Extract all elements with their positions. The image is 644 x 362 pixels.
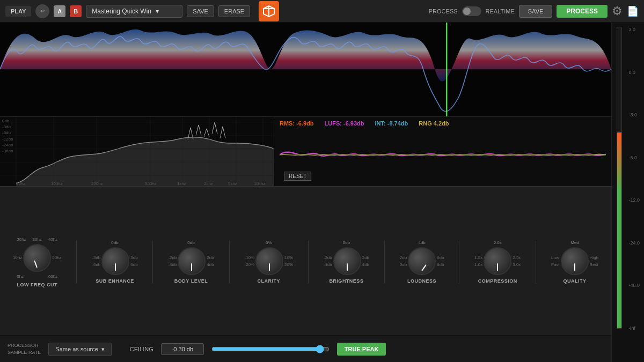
divider-3 [229, 241, 230, 284]
meter-scale-3: 3.0 [628, 27, 640, 32]
meter-bar-container [617, 27, 622, 329]
svg-text:2khz: 2khz [204, 181, 213, 186]
knob-group-low-freq-cut: 20hz 30hz 40hz 10hz 50hz 0hz 60hz LOW FR… [13, 237, 62, 287]
rms-stat: RMS: -6.9db [280, 120, 314, 127]
db-label-12: -12db [2, 136, 13, 142]
spectrum-svg: 50hz 100hz 200hz 500hz 1khz 2khz 5khz 10… [0, 117, 274, 186]
divider-4 [308, 241, 309, 284]
knob-quality[interactable] [561, 247, 589, 275]
db-label-6: -6db [2, 130, 13, 136]
realtime-toggle[interactable] [462, 6, 481, 16]
knob-sub-enhance[interactable] [101, 247, 129, 275]
meter-scale-inf: -inf [628, 326, 640, 331]
sample-rate-dropdown-arrow-icon: ▾ [101, 346, 105, 353]
play-button[interactable]: PLAY [5, 6, 31, 17]
loudness-panel: RMS: -6.9db LUFS: -6.93db INT: -8.74db R… [274, 116, 611, 186]
knob-label-loudness: LOUDNESS [407, 278, 436, 284]
analysis-row: 0db -3db -6db -12db -24db -36db [0, 116, 611, 186]
meter-scale-neg24: -24.0 [628, 240, 640, 246]
loudness-stats: RMS: -6.9db LUFS: -6.93db INT: -8.74db R… [280, 120, 606, 127]
db-scale: 0db -3db -6db -12db -24db -36db [2, 118, 13, 154]
waveform-display[interactable] [0, 23, 611, 116]
toggle-knob [463, 8, 471, 15]
knob-label-sub-enhance: SUB ENHANCE [96, 278, 134, 284]
knob-low-freq-cut[interactable] [23, 244, 51, 272]
meter-scale-neg3: -3.0 [628, 112, 640, 117]
main-content: 0db -3db -6db -12db -24db -36db [0, 23, 644, 362]
lufs-stat: LUFS: -6.93db [325, 120, 364, 127]
knob-group-brightness: 0db -2db -4db 2db 4db BRIGHTNESS [324, 240, 369, 284]
ceiling-value-input[interactable] [161, 343, 204, 355]
knob-brightness[interactable] [333, 247, 361, 275]
db-label-0: 0db [2, 118, 13, 124]
knobs-section: 20hz 30hz 40hz 10hz 50hz 0hz 60hz LOW FR… [0, 186, 611, 335]
preset-erase-button[interactable]: ERASE [218, 5, 250, 17]
meter-scale-neg12: -12.0 [628, 197, 640, 203]
knob-group-clarity: 0% -10% -20% 10% 20% CLARITY [244, 240, 293, 284]
knob-group-loudness: 4db 2db 0db 6db 8db LOUDNESS [400, 240, 444, 284]
knob-label-body-level: BODY LEVEL [174, 278, 208, 284]
svg-text:50hz: 50hz [16, 181, 25, 186]
knob-label-compression: COMPRESSION [478, 278, 517, 284]
svg-text:200hz: 200hz [91, 181, 103, 186]
bottom-bar: PROCESSOR SAMPLE RATE Same as source ▾ C… [0, 335, 611, 362]
meter-scale-neg48: -48.0 [628, 283, 640, 288]
divider-2 [152, 241, 153, 284]
knob-group-compression: 2.0x 1.5x 1.0x 2.5x 3.0x COMPRESSION [474, 240, 521, 284]
svg-text:5khz: 5khz [228, 181, 237, 186]
divider-1 [76, 241, 77, 284]
db-label-36: -36db [2, 148, 13, 154]
loudness-mini-waveform: RESET [280, 127, 606, 183]
svg-text:1khz: 1khz [177, 181, 186, 186]
knob-compression[interactable] [484, 247, 511, 275]
spectrum-display: 0db -3db -6db -12db -24db -36db [0, 116, 274, 186]
ceiling-slider[interactable] [211, 345, 330, 353]
ab-a-button[interactable]: A [54, 5, 65, 17]
process-label: PROCESS [429, 8, 458, 14]
process-toggle-area: PROCESS REALTIME [429, 6, 515, 16]
meter-scale-neg6: -6.0 [628, 155, 640, 160]
mini-waveform-svg [280, 127, 606, 183]
help-button[interactable]: 📄 [627, 5, 639, 17]
true-peak-button[interactable]: TRUE PEAK [337, 343, 386, 356]
svg-text:10khz: 10khz [254, 181, 265, 186]
realtime-label: REALTIME [486, 8, 515, 14]
process-button[interactable]: PROCESS [557, 5, 608, 18]
divider-5 [384, 241, 385, 284]
db-label-3: -3db [2, 124, 13, 130]
level-meter: 3.0 0.0 -3.0 -6.0 -12.0 -24.0 -48.0 -inf [612, 23, 644, 362]
meter-scale-0: 0.0 [628, 70, 640, 75]
int-stat: INT: -8.74db [375, 120, 408, 127]
sample-rate-value: Same as source [55, 346, 98, 352]
knob-clarity[interactable] [255, 247, 283, 275]
reset-button[interactable]: RESET [284, 172, 311, 181]
divider-6 [459, 241, 459, 284]
knob-label-brightness: BRIGHTNESS [329, 278, 363, 284]
preset-dropdown[interactable]: Mastering Quick Win ▾ [86, 5, 182, 18]
knob-label-clarity: CLARITY [257, 278, 280, 284]
loop-button[interactable]: ↩ [35, 4, 49, 18]
settings-button[interactable]: ⚙ [612, 4, 623, 18]
preset-save-button[interactable]: SAVE [187, 5, 214, 17]
sample-rate-dropdown[interactable]: Same as source ▾ [48, 343, 111, 356]
left-panel: 0db -3db -6db -12db -24db -36db [0, 23, 612, 362]
svg-text:500hz: 500hz [145, 181, 157, 186]
knob-group-sub-enhance: 0db -3db -6db 3db 6db SUB ENHANCE [92, 240, 137, 284]
ab-b-button[interactable]: B [70, 5, 82, 17]
svg-text:100hz: 100hz [51, 181, 63, 186]
app-logo [259, 1, 279, 21]
save-top-button[interactable]: SAVE [519, 5, 553, 18]
top-bar: PLAY ↩ A B Mastering Quick Win ▾ SAVE ER… [0, 0, 644, 23]
sample-rate-label: PROCESSOR SAMPLE RATE [8, 342, 41, 356]
knob-label-quality: QUALITY [564, 278, 587, 284]
knob-loudness[interactable] [408, 247, 436, 275]
divider-7 [536, 241, 536, 284]
knob-group-body-level: 0db -2db -4db 2db 4db BODY LEVEL [168, 240, 214, 284]
waveform-svg [0, 23, 611, 116]
rng-stat: RNG 4.2db [419, 120, 449, 127]
knob-body-level[interactable] [178, 247, 206, 275]
knob-group-quality: Med Low Fast High Best QUALITY [551, 240, 598, 284]
meter-bar-fill [617, 132, 621, 328]
db-label-24: -24db [2, 142, 13, 148]
reset-button-area: RESET [284, 171, 311, 181]
